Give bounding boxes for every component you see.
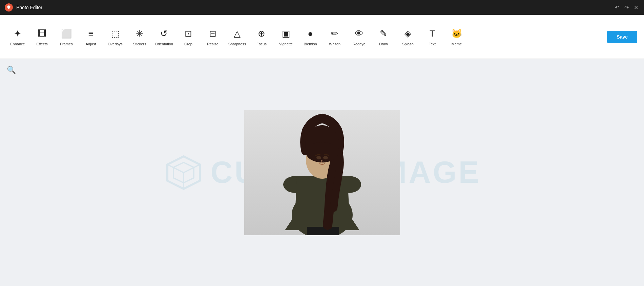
- redo-button[interactable]: ↷: [623, 4, 630, 11]
- frames-label: Frames: [60, 42, 72, 46]
- crop-icon: ⊡: [182, 28, 194, 40]
- svg-point-19: [323, 156, 328, 159]
- stickers-label: Stickers: [133, 42, 146, 46]
- photo-container: [244, 110, 400, 235]
- tool-meme[interactable]: 🐱Meme: [444, 18, 469, 56]
- tool-blemish[interactable]: ●Blemish: [298, 18, 323, 56]
- focus-label: Focus: [256, 42, 267, 46]
- sharpness-label: Sharpness: [228, 42, 246, 46]
- splash-label: Splash: [402, 42, 414, 46]
- draw-icon: ✎: [377, 28, 390, 40]
- tool-stickers[interactable]: ✳Stickers: [127, 18, 152, 56]
- vignette-label: Vignette: [279, 42, 293, 46]
- tool-redeye[interactable]: 👁Redeye: [347, 18, 371, 56]
- effects-label: Effects: [36, 42, 47, 46]
- draw-label: Draw: [379, 42, 388, 46]
- overlays-label: Overlays: [108, 42, 122, 46]
- frames-icon: ⬜: [60, 28, 72, 40]
- undo-button[interactable]: ↶: [614, 4, 620, 11]
- adjust-label: Adjust: [86, 42, 96, 46]
- tool-draw[interactable]: ✎Draw: [371, 18, 396, 56]
- resize-icon: ⊟: [207, 28, 219, 40]
- adjust-icon: ≡: [85, 28, 97, 40]
- effects-icon: 🎞: [36, 28, 48, 40]
- svg-line-2: [167, 164, 184, 173]
- person-image: [244, 110, 400, 235]
- tools-container: ✦Enhance🎞Effects⬜Frames≡Adjust⬚Overlays✳…: [5, 18, 469, 56]
- stickers-icon: ✳: [133, 28, 146, 40]
- focus-icon: ⊕: [255, 28, 268, 40]
- svg-marker-1: [173, 162, 194, 183]
- tool-overlays[interactable]: ⬚Overlays: [103, 18, 127, 56]
- main-canvas: 🔍 CUT OUT IMAGE: [0, 59, 644, 286]
- window-controls: ↶ ↷ ✕: [614, 4, 639, 11]
- blemish-icon: ●: [304, 28, 316, 40]
- whiten-label: Whiten: [329, 42, 340, 46]
- app-title: Photo Editor: [16, 5, 42, 10]
- close-button[interactable]: ✕: [632, 4, 639, 11]
- svg-rect-12: [307, 227, 324, 235]
- save-button[interactable]: Save: [607, 31, 637, 43]
- orientation-icon: ↺: [158, 28, 170, 40]
- photo-inner: [244, 110, 400, 235]
- resize-label: Resize: [207, 42, 219, 46]
- redeye-icon: 👁: [353, 28, 365, 40]
- titlebar: Photo Editor ↶ ↷ ✕: [0, 0, 644, 15]
- meme-icon: 🐱: [451, 28, 463, 40]
- svg-point-18: [316, 156, 321, 159]
- zoom-icon[interactable]: 🔍: [7, 66, 16, 74]
- crop-label: Crop: [184, 42, 192, 46]
- sharpness-icon: △: [231, 28, 243, 40]
- enhance-icon: ✦: [12, 28, 24, 40]
- vignette-icon: ▣: [280, 28, 292, 40]
- meme-label: Meme: [452, 42, 462, 46]
- svg-point-17: [306, 142, 338, 162]
- app-logo: [5, 3, 13, 12]
- tool-orientation[interactable]: ↺Orientation: [152, 18, 176, 56]
- splash-icon: ◈: [402, 28, 414, 40]
- tool-enhance[interactable]: ✦Enhance: [5, 18, 30, 56]
- tool-crop[interactable]: ⊡Crop: [176, 18, 201, 56]
- svg-line-3: [184, 164, 200, 173]
- text-icon: T: [426, 28, 438, 40]
- tool-focus[interactable]: ⊕Focus: [249, 18, 274, 56]
- blemish-label: Blemish: [304, 42, 317, 46]
- toolbar: ✦Enhance🎞Effects⬜Frames≡Adjust⬚Overlays✳…: [0, 15, 644, 59]
- text-label: Text: [429, 42, 436, 46]
- tool-resize[interactable]: ⊟Resize: [201, 18, 225, 56]
- tool-sharpness[interactable]: △Sharpness: [225, 18, 249, 56]
- tool-effects[interactable]: 🎞Effects: [30, 18, 54, 56]
- tool-text[interactable]: TText: [420, 18, 444, 56]
- tool-splash[interactable]: ◈Splash: [396, 18, 420, 56]
- tool-frames[interactable]: ⬜Frames: [54, 18, 79, 56]
- enhance-label: Enhance: [10, 42, 25, 46]
- tool-whiten[interactable]: ✏Whiten: [323, 18, 347, 56]
- redeye-label: Redeye: [353, 42, 366, 46]
- whiten-icon: ✏: [329, 28, 341, 40]
- orientation-label: Orientation: [155, 42, 173, 46]
- svg-marker-0: [167, 156, 200, 189]
- tool-vignette[interactable]: ▣Vignette: [274, 18, 298, 56]
- tool-adjust[interactable]: ≡Adjust: [79, 18, 103, 56]
- overlays-icon: ⬚: [109, 28, 121, 40]
